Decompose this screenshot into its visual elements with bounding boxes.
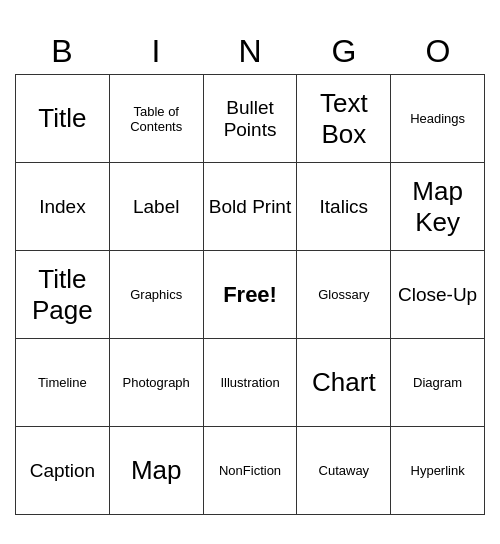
bingo-cell: Chart: [297, 339, 391, 427]
bingo-cell: Map: [109, 427, 203, 515]
bingo-cell: Index: [16, 163, 110, 251]
bingo-cell: Text Box: [297, 75, 391, 163]
bingo-cell: Diagram: [391, 339, 485, 427]
header-letter: O: [391, 29, 485, 74]
bingo-cell: Graphics: [109, 251, 203, 339]
bingo-cell: Hyperlink: [391, 427, 485, 515]
header-letter: B: [15, 29, 109, 74]
bingo-cell: Title: [16, 75, 110, 163]
bingo-cell: Caption: [16, 427, 110, 515]
bingo-cell: Cutaway: [297, 427, 391, 515]
header-letter: I: [109, 29, 203, 74]
bingo-cell: Glossary: [297, 251, 391, 339]
bingo-cell: Free!: [203, 251, 297, 339]
bingo-cell: Bullet Points: [203, 75, 297, 163]
bingo-grid: TitleTable of ContentsBullet PointsText …: [15, 74, 485, 515]
bingo-cell: Close-Up: [391, 251, 485, 339]
bingo-cell: Bold Print: [203, 163, 297, 251]
bingo-cell: Map Key: [391, 163, 485, 251]
bingo-cell: Italics: [297, 163, 391, 251]
bingo-cell: NonFiction: [203, 427, 297, 515]
header-letter: N: [203, 29, 297, 74]
bingo-cell: Photograph: [109, 339, 203, 427]
bingo-cell: Illustration: [203, 339, 297, 427]
header-letter: G: [297, 29, 391, 74]
bingo-cell: Title Page: [16, 251, 110, 339]
bingo-header: BINGO: [15, 29, 485, 74]
bingo-cell: Label: [109, 163, 203, 251]
bingo-cell: Headings: [391, 75, 485, 163]
bingo-cell: Table of Contents: [109, 75, 203, 163]
bingo-cell: Timeline: [16, 339, 110, 427]
